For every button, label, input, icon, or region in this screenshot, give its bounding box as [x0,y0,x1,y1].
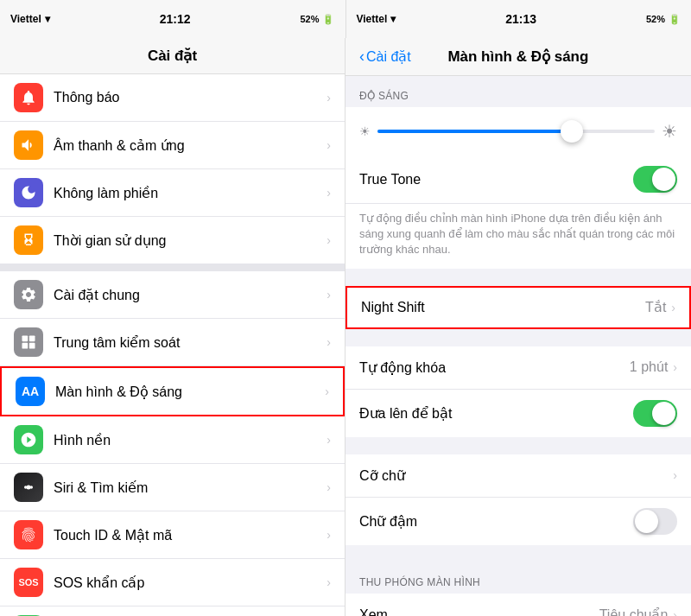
back-label: Cài đặt [366,48,411,65]
zoom-view-value: Tiêu chuẩn [599,606,669,616]
screentime-chevron: › [326,233,331,247]
sidebar-item-battery[interactable]: Pin › [0,606,345,616]
true-tone-toggle-thumb [652,168,675,191]
dnd-icon [14,178,43,207]
sos-text: SOS [18,577,38,587]
siri-icon [14,473,43,502]
display-icon: AA [16,377,45,406]
sidebar-item-dnd[interactable]: Không làm phiền › [0,169,345,217]
sidebar-item-screentime[interactable]: Thời gian sử dụng › [0,217,345,264]
wallpaper-icon [14,425,43,454]
back-button[interactable]: ‹ Cài đặt [359,48,411,66]
right-panel-header: ‹ Cài đặt Màn hình & Độ sáng [346,38,691,76]
notifications-chevron: › [326,91,331,105]
zoom-view-row[interactable]: Xem Tiêu chuẩn › [346,594,691,616]
brightness-thumb [561,120,583,143]
general-icon [14,280,43,309]
sounds-label: Âm thanh & cảm ứng [54,137,320,154]
screentime-icon [14,225,43,255]
display-aa-text: AA [22,384,39,398]
true-tone-toggle[interactable] [633,166,677,193]
settings-group-2: Cài đặt chung › Trung tâm kiểm soát › AA [0,264,345,616]
zoom-section-title: THU PHÓNG MÀN HÌNH [346,562,691,594]
auto-lock-chevron: › [673,360,677,374]
separator-2 [346,329,691,346]
dnd-label: Không làm phiền [54,185,320,201]
sidebar-item-siri[interactable]: Siri & Tìm kiếm › [0,464,345,511]
touchid-label: Touch ID & Mật mã [54,527,320,543]
sos-chevron: › [326,575,331,589]
left-carrier: Viettel [10,13,41,25]
sidebar-item-wallpaper[interactable]: Hình nền › [0,416,345,464]
font-size-label: Cỡ chữ [359,467,673,484]
brightness-row: ☀ ☀ [359,121,677,142]
separator-4 [346,545,691,562]
siri-label: Siri & Tìm kiếm [54,479,320,496]
raise-wake-toggle[interactable] [633,400,677,427]
brightness-section: ☀ ☀ [346,107,691,156]
sos-icon: SOS [14,568,43,597]
sun-large-icon: ☀ [662,121,677,142]
sidebar-item-sos[interactable]: SOS SOS khẩn cấp › [0,559,345,606]
notifications-icon [14,83,43,112]
settings-group-1: Thông báo › Âm thanh & cảm ứng › Khô [0,74,345,264]
auto-lock-label: Tự động khóa [359,359,630,376]
sos-label: SOS khẩn cấp [54,575,320,591]
bold-text-label: Chữ đậm [359,513,633,530]
sounds-chevron: › [326,138,331,152]
bold-text-toggle-thumb [635,510,658,533]
sidebar-item-touchid[interactable]: Touch ID & Mật mã › [0,511,345,559]
text-group: Cỡ chữ › Chữ đậm [346,454,691,545]
wallpaper-chevron: › [326,433,331,447]
zoom-view-label: Xem [359,607,599,616]
sun-small-icon: ☀ [359,124,371,138]
right-panel: ‹ Cài đặt Màn hình & Độ sáng ĐỘ SÁNG ☀ ☀ [346,38,691,616]
sidebar-item-controlcenter[interactable]: Trung tâm kiểm soát › [0,319,345,366]
back-chevron-icon: ‹ [359,48,365,66]
notifications-label: Thông báo [54,90,320,105]
sounds-icon [14,130,43,160]
night-shift-row[interactable]: Night Shift Tắt › [346,286,691,329]
touchid-chevron: › [326,528,331,542]
battery-icon: 🔋 [322,14,334,25]
siri-chevron: › [326,480,331,494]
sidebar-item-sounds[interactable]: Âm thanh & cảm ứng › [0,122,345,169]
svg-rect-0 [22,336,29,342]
left-time: 21:12 [160,12,191,26]
sidebar-item-notifications[interactable]: Thông báo › [0,74,345,122]
general-chevron: › [326,288,331,302]
svg-rect-3 [29,343,35,349]
night-shift-value: Tắt [645,299,666,315]
true-tone-description: Tự động điều chỉnh màn hình iPhone dựa t… [346,204,691,269]
settings-list: Thông báo › Âm thanh & cảm ứng › Khô [0,74,345,616]
night-shift-group: Night Shift Tắt › [346,286,691,329]
status-bars: Viettel ▾ 21:12 52% 🔋 Viettel ▾ 21:13 52… [0,0,691,38]
true-tone-label: True Tone [359,172,633,187]
brightness-fill [377,130,572,133]
auto-lock-value: 1 phút [630,359,668,375]
controlcenter-icon [14,327,43,357]
night-shift-label: Night Shift [361,300,645,315]
sidebar-item-general[interactable]: Cài đặt chung › [0,271,345,319]
brightness-section-title: ĐỘ SÁNG [346,76,691,107]
controlcenter-chevron: › [326,335,331,349]
lock-raise-group: Tự động khóa 1 phút › Đưa lên để bật [346,346,691,437]
bold-text-toggle[interactable] [633,508,677,535]
bold-text-row: Chữ đậm [346,498,691,545]
right-panel-content: ĐỘ SÁNG ☀ ☀ True Tone [346,76,691,616]
separator-1 [346,269,691,286]
auto-lock-row[interactable]: Tự động khóa 1 phút › [346,346,691,390]
screentime-label: Thời gian sử dụng [54,232,320,249]
sidebar-item-display[interactable]: AA Màn hình & Độ sáng › [0,366,345,416]
right-panel-title: Màn hình & Độ sáng [411,48,625,66]
font-size-row[interactable]: Cỡ chữ › [346,454,691,498]
signal-icon: ▾ [390,13,396,25]
touchid-icon [14,520,43,549]
night-shift-chevron: › [671,301,675,314]
svg-rect-2 [22,343,29,349]
font-size-chevron: › [673,468,677,482]
brightness-slider[interactable] [377,130,655,133]
zoom-view-chevron: › [673,608,677,616]
controlcenter-label: Trung tâm kiểm soát [54,334,320,351]
right-battery: 52% [646,14,665,24]
